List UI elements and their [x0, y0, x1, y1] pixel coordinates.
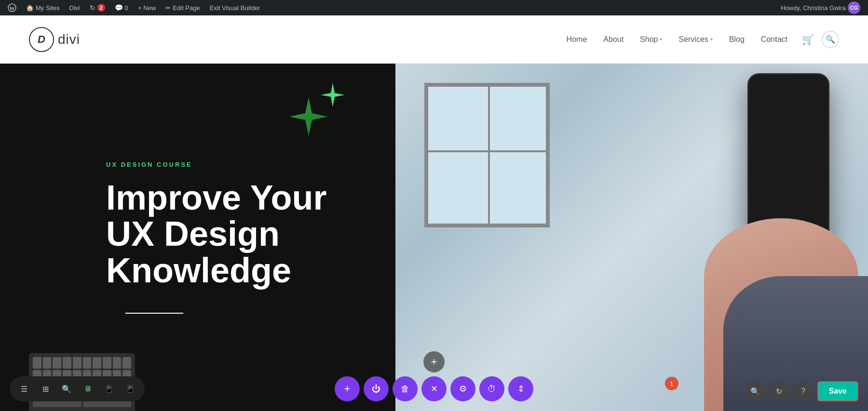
toolbar-desktop-button[interactable]: 🖥 [78, 379, 97, 398]
help-icon: ? [801, 387, 805, 396]
add-section-button[interactable]: + [423, 351, 445, 372]
my-sites-label: My Sites [36, 4, 60, 12]
close-module-button[interactable]: ✕ [421, 376, 447, 401]
hero-title-line2: UX Design [106, 214, 280, 253]
plus-icon: + [344, 383, 351, 395]
my-sites-icon: 🏠 [26, 4, 34, 12]
nav-home[interactable]: Home [560, 31, 594, 48]
settings-icon: ⚙ [459, 384, 467, 394]
logo-text: divi [58, 32, 80, 47]
close-icon: ✕ [431, 384, 438, 394]
admin-bar: W 🏠 My Sites Divi ↻ 2 💬 0 + New ✏ Edit P… [0, 0, 868, 15]
history-icon: ⏱ [488, 384, 496, 394]
wp-logo-button[interactable]: W [4, 0, 20, 15]
edit-page-button[interactable]: ✏ Edit Page [162, 0, 203, 15]
builder-search-button[interactable]: 🔍 [745, 381, 765, 401]
builder-toolbar: ☰ ⊞ 🔍 🖥 📱 📱 [10, 376, 145, 401]
settings-module-button[interactable]: ⚙ [450, 376, 475, 401]
save-area: 1 🔍 ↻ ? Save [741, 381, 858, 401]
new-label: New [143, 4, 156, 12]
site-header: D divi Home About Shop ▾ Services ▾ Blog… [0, 15, 868, 64]
site-logo[interactable]: D divi [29, 27, 80, 52]
toolbar-menu-button[interactable]: ☰ [14, 379, 34, 398]
hero-title-line1: Improve Your [106, 178, 326, 217]
notification-badge: 1 [665, 377, 678, 390]
my-sites-button[interactable]: 🏠 My Sites [22, 0, 64, 15]
add-module-button[interactable]: + [335, 376, 360, 401]
nav-about[interactable]: About [597, 31, 630, 48]
logo-circle: D [29, 27, 54, 52]
cart-icon[interactable]: 🛒 [797, 30, 819, 49]
hero-divider [125, 313, 183, 314]
builder-sync-button[interactable]: ↻ [769, 381, 789, 401]
nav-shop-label: Shop [640, 35, 658, 44]
exit-builder-button[interactable]: Exit Visual Builder [206, 0, 264, 15]
toolbar-search-button[interactable]: 🔍 [57, 379, 76, 398]
site-nav: Home About Shop ▾ Services ▾ Blog Contac… [560, 30, 839, 49]
divi-label: Divi [69, 4, 80, 12]
edit-icon: ✏ [165, 4, 171, 12]
nav-contact-label: Contact [761, 35, 787, 44]
hero-title: Improve Your UX Design Knowledge [106, 180, 357, 289]
trash-icon: 🗑 [401, 384, 409, 394]
search-icon: 🔍 [826, 35, 835, 44]
nav-services[interactable]: Services ▾ [672, 31, 719, 48]
toolbar-grid-button[interactable]: ⊞ [36, 379, 55, 398]
updates-button[interactable]: ↻ 2 [86, 0, 109, 15]
nav-blog-label: Blog [729, 35, 745, 44]
howdy-label: Howdy, Christina Gwira [781, 4, 846, 12]
mobile-icon: 📱 [125, 384, 135, 394]
menu-icon: ☰ [21, 384, 27, 394]
hero-title-line3: Knowledge [106, 251, 291, 290]
nav-services-label: Services [678, 35, 708, 44]
services-chevron-icon: ▾ [710, 37, 713, 42]
search-icon: 🔍 [62, 384, 71, 394]
hero-label: UX DESIGN COURSE [106, 161, 357, 168]
history-module-button[interactable]: ⏱ [479, 376, 504, 401]
nav-contact[interactable]: Contact [754, 31, 794, 48]
comments-count: 0 [125, 4, 128, 12]
nav-home-label: Home [567, 35, 587, 44]
comments-icon: 💬 [115, 4, 123, 12]
plus-icon: + [431, 356, 437, 368]
comments-button[interactable]: 💬 0 [111, 0, 132, 15]
howdy-user[interactable]: Howdy, Christina Gwira CG [777, 0, 864, 15]
admin-bar-right: Howdy, Christina Gwira CG [777, 0, 864, 15]
sparkle-decoration [280, 83, 376, 160]
sync-icon: ↻ [776, 387, 782, 396]
search-icon: 🔍 [750, 387, 760, 396]
toggle-module-button[interactable]: ⏻ [364, 376, 389, 401]
updates-icon: ↻ [90, 4, 95, 12]
exit-builder-label: Exit Visual Builder [210, 4, 260, 12]
new-content-button[interactable]: + New [134, 0, 160, 15]
hero-image [395, 64, 868, 411]
toolbar-mobile-button[interactable]: 📱 [121, 379, 140, 398]
small-star-icon [321, 83, 345, 107]
hero-section: UX DESIGN COURSE Improve Your UX Design … [0, 64, 868, 411]
delete-module-button[interactable]: 🗑 [393, 376, 418, 401]
plus-icon: + [138, 4, 142, 12]
search-button[interactable]: 🔍 [822, 31, 839, 48]
save-button[interactable]: Save [817, 381, 858, 401]
power-icon: ⏻ [372, 384, 380, 394]
logo-letter: D [38, 33, 45, 46]
nav-about-label: About [603, 35, 624, 44]
divi-button[interactable]: Divi [66, 0, 84, 15]
updates-count: 2 [97, 4, 105, 12]
edit-page-label: Edit Page [173, 4, 200, 12]
tablet-icon: 📱 [104, 384, 114, 394]
nav-blog[interactable]: Blog [722, 31, 751, 48]
module-actions: + ⏻ 🗑 ✕ ⚙ ⏱ ⇕ [335, 376, 533, 401]
shop-chevron-icon: ▾ [660, 37, 662, 42]
svg-text:W: W [10, 5, 15, 11]
resize-module-button[interactable]: ⇕ [508, 376, 533, 401]
avatar: CG [848, 1, 860, 14]
notification-count: 1 [670, 380, 673, 387]
resize-icon: ⇕ [517, 384, 525, 394]
nav-shop[interactable]: Shop ▾ [633, 31, 669, 48]
builder-help-button[interactable]: ? [793, 381, 814, 401]
grid-icon: ⊞ [42, 384, 49, 394]
desktop-icon: 🖥 [84, 384, 92, 393]
toolbar-tablet-button[interactable]: 📱 [99, 379, 119, 398]
